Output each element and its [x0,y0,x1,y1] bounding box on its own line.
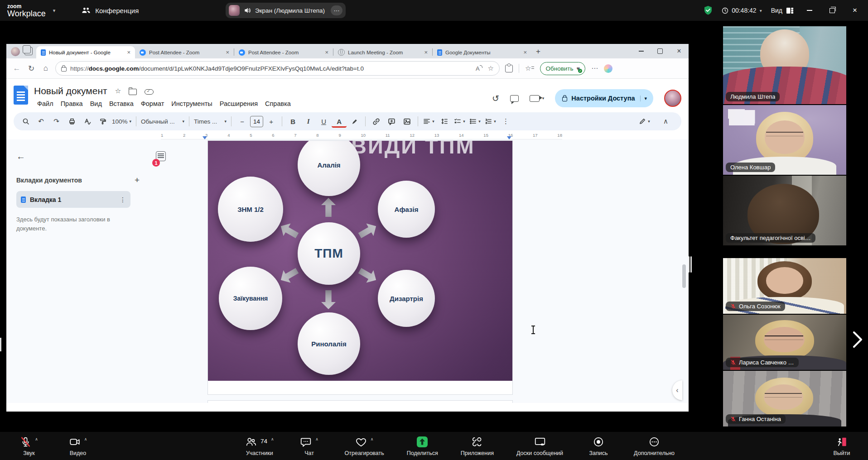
menu-tools[interactable]: Инструменты [168,99,215,108]
zoom-select[interactable]: 100% ▾ [111,115,133,128]
tab-close-icon[interactable]: × [225,49,230,56]
url-field[interactable]: https://docs.google.com/document/d/1pLwK… [55,61,500,76]
tab-options-icon[interactable]: ⋮ [120,196,126,203]
version-history-icon[interactable]: ↺ [492,93,499,104]
sharing-dropdown-icon[interactable]: ▾ [640,96,651,101]
print-button[interactable] [64,115,79,128]
italic-button[interactable]: I [301,115,316,128]
participant-tile[interactable]: Олена Ковшар [723,105,846,175]
document-tab-item[interactable]: Вкладка 1 ⋮ [16,191,130,208]
comments-icon[interactable] [510,95,519,102]
text-color-button[interactable]: A [332,116,347,128]
paragraph-style-select[interactable]: Обычный ... ▾ [140,115,186,128]
paint-format-button[interactable] [95,115,110,128]
redo-button[interactable]: ↷ [49,115,64,128]
participant-tile[interactable]: Факультет педагогічної осві… [723,176,846,245]
browser-tab-launch-meeting[interactable]: Launch Meeting - Zoom × [333,46,432,58]
favorite-star-icon[interactable]: ☆ [488,64,494,72]
toolbar-more-button[interactable]: ⋮ [498,115,513,128]
menu-format[interactable]: Формат [138,99,168,108]
search-menus-button[interactable] [18,115,33,128]
meet-video-button[interactable]: ▾ [530,95,545,102]
read-aloud-icon[interactable]: A [476,65,482,72]
document-title[interactable]: Новый документ [34,86,107,96]
document-tabs-icon[interactable]: 1 [156,151,166,161]
participant-tile[interactable]: Ганна Останіна [723,371,846,426]
font-size-field[interactable]: 14 [250,116,263,127]
decrease-font-size-button[interactable]: − [235,115,250,128]
chevron-down-icon[interactable]: ▾ [53,8,56,14]
move-to-folder-icon[interactable] [129,89,137,95]
react-button[interactable]: ∧ Отреагировать [345,436,384,456]
window-minimize-button[interactable] [803,4,816,17]
highlight-button[interactable] [347,115,362,128]
star-document-icon[interactable]: ☆ [115,87,121,95]
active-share-pill[interactable]: Экран (Людмила Штепа) ⋯ [226,3,346,18]
font-select[interactable]: Times ... ▾ [193,115,228,128]
panel-resize-handle[interactable] [690,256,692,273]
menu-view[interactable]: Вид [87,99,105,108]
tab-close-icon[interactable]: × [522,49,528,56]
participant-tile[interactable]: Ольга Созонюк [723,258,846,314]
share-pill-more-button[interactable]: ⋯ [331,5,342,15]
browser-profile-avatar[interactable] [11,47,20,56]
browser-tab-google-docs[interactable]: Google Документы × [433,46,531,58]
browser-maximize-button[interactable] [651,44,670,58]
participant-tile[interactable]: Лариса Савченко … [723,315,846,370]
collapse-menus-button[interactable]: ∧ [658,115,673,128]
new-tab-button[interactable]: + [536,47,540,56]
underline-button[interactable]: U [316,115,331,128]
reload-button[interactable]: ↻ [26,64,36,73]
undo-button[interactable]: ↶ [34,115,48,128]
leave-button[interactable]: Выйти [829,436,854,456]
google-docs-logo[interactable] [14,86,28,105]
spellcheck-button[interactable] [80,115,95,128]
record-button[interactable]: Запись [586,436,611,456]
menu-edit[interactable]: Правка [58,99,86,108]
menu-file[interactable]: Файл [34,99,57,108]
editing-mode-button[interactable]: ▾ [637,115,652,128]
add-comment-button[interactable] [384,115,399,128]
video-button[interactable]: ∧ Видео [65,436,91,456]
window-restore-button[interactable] [825,4,839,17]
next-document-page[interactable] [207,400,513,403]
collapse-panel-button[interactable]: ‹ [672,380,682,400]
tab-groups-icon[interactable] [24,47,33,55]
tab-close-icon[interactable]: × [324,49,329,56]
line-spacing-button[interactable] [437,115,452,128]
bold-button[interactable]: B [285,115,300,128]
document-page[interactable]: ВИДИ ТПМ Алалія Афазія ЗНМ 1/2 ТПМ Заїку [207,140,513,395]
participants-button[interactable]: 74 ∧ Участники [245,436,274,456]
next-participants-button[interactable] [852,330,868,351]
browser-update-button[interactable]: Обновить ♥✓ [540,62,585,75]
react-options-chevron[interactable]: ∧ [371,437,374,441]
panel-back-button[interactable]: ← [16,151,25,162]
audio-button[interactable]: ∧ Звук [16,436,42,456]
browser-close-button[interactable]: × [670,44,689,58]
home-button[interactable]: ⌂ [41,64,51,73]
tab-close-icon[interactable]: × [423,49,429,56]
add-tab-button[interactable]: + [135,175,140,185]
left-indent-marker[interactable] [203,136,207,139]
back-button[interactable]: ← [12,64,22,73]
browser-menu-icon[interactable]: ⋯ [591,64,598,72]
menu-help[interactable]: Справка [262,99,294,108]
document-scrollbar[interactable] [682,264,686,288]
favorites-list-icon[interactable]: ☆ [525,64,534,72]
apps-button[interactable]: Приложения [461,436,494,456]
chat-button[interactable]: ∧ Чат [297,436,322,456]
browser-tab-docs[interactable]: Новый документ - Google × [36,46,135,58]
insert-link-button[interactable] [369,115,384,128]
browser-tab-post-attendee-1[interactable]: Post Attendee - Zoom × [135,46,234,58]
checklist-button[interactable]: ▾ [452,115,467,128]
chat-options-chevron[interactable]: ∧ [315,437,318,441]
copilot-icon[interactable] [604,64,612,73]
more-button[interactable]: Дополнительно [634,436,675,456]
browser-tab-post-attendee-2[interactable]: Post Attendee - Zoom × [234,46,333,58]
security-shield-icon[interactable] [704,5,713,15]
extensions-icon[interactable] [505,65,513,72]
menu-extensions[interactable]: Расширения [217,99,261,108]
view-button[interactable]: Вид [771,7,794,14]
share-screen-button[interactable]: Поделиться [407,436,438,456]
whiteboards-button[interactable]: Доски сообщений [516,436,563,456]
